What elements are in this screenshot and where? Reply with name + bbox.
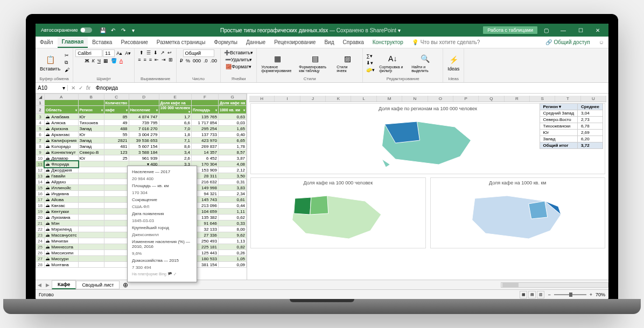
feedback-icon[interactable]: ☺	[594, 39, 608, 45]
name-box[interactable]: A10▾	[36, 85, 68, 91]
tab-insert[interactable]: Вставка	[88, 37, 116, 48]
tell-me-input[interactable]	[421, 39, 496, 45]
autosum-icon[interactable]: ∑▾	[365, 53, 376, 59]
tab-file[interactable]: Файл	[36, 37, 58, 48]
pagebreak-view-icon[interactable]: ▥	[537, 291, 544, 298]
border-icon[interactable]: ▦	[102, 58, 109, 64]
align-bot-icon[interactable]: ⬇	[152, 49, 159, 56]
condfmt-icon: ▦	[272, 53, 283, 64]
font-select[interactable]	[75, 49, 102, 57]
zoom-out-icon[interactable]: −	[548, 292, 550, 297]
editing-label: Редактирование	[365, 76, 440, 81]
zoom-level[interactable]: 70%	[596, 292, 605, 297]
zoom-slider[interactable]	[554, 294, 586, 295]
chart-per-100k-map[interactable]: Доля кафе на 100 000 человек	[250, 177, 425, 248]
maximize-icon[interactable]: ☐	[572, 24, 589, 37]
bold-button[interactable]: Ж	[83, 58, 90, 64]
insert-cells-button[interactable]: ➕ Вставить ▾	[223, 49, 254, 56]
sheet-nav-prev-icon[interactable]: ◀	[36, 282, 44, 288]
ribbon-options-icon[interactable]: ▢	[537, 24, 555, 37]
worksheet-area[interactable]: ◢ABCDEFG 1КоличествоДоля кафе наДоля каф…	[36, 94, 608, 280]
dec-dec-icon[interactable]: .00	[209, 58, 219, 64]
cancel-fx-icon[interactable]: ✕	[71, 85, 75, 91]
tab-home[interactable]: Главная	[58, 37, 88, 48]
table-row[interactable]: 9⛰ КоннектикутСеверо-В1233 588 1843,414 …	[36, 149, 247, 155]
close-icon[interactable]: ✕	[589, 24, 606, 37]
fill-color-icon[interactable]: 🪣	[110, 58, 118, 64]
comma-icon[interactable]: 000	[192, 58, 202, 64]
h-scrollbar[interactable]	[501, 282, 608, 288]
fx-icon[interactable]: fx	[86, 85, 90, 91]
find-select-button[interactable]: 🔍Найти и выделить	[409, 52, 440, 74]
fill-icon[interactable]: ⬇▾	[365, 60, 376, 66]
tab-review[interactable]: Рецензирование	[270, 37, 320, 48]
accept-fx-icon[interactable]: ✓	[79, 85, 83, 91]
ideas-button[interactable]: ⚡Ideas	[445, 53, 461, 73]
delete-cells-button[interactable]: ➖ Удалить ▾	[224, 56, 253, 63]
table-row[interactable]: 8⛰ КолорадоЗапад4815 607 1548,6269 8371,…	[36, 144, 247, 149]
tab-formulas[interactable]: Формулы	[210, 37, 242, 48]
align-mid-icon[interactable]: ☰	[145, 49, 152, 56]
table-row[interactable]: 3⛰ АлабамаЮг854 874 7471,7135 7650,63	[36, 114, 247, 120]
minimize-icon[interactable]: —	[555, 24, 572, 37]
save-icon[interactable]: 💾	[99, 26, 107, 34]
table-row[interactable]: 10⛰ ДелавэрЮг25961 9392,66 4523,87	[36, 155, 247, 161]
table-row[interactable]: 6⛰ АрканзасЮг553 004 2791,8137 7330,40	[36, 132, 247, 138]
paste-button[interactable]: 📋Вставить	[38, 53, 62, 73]
indent-dec-icon[interactable]: ⇤	[153, 56, 160, 63]
zoom-in-icon[interactable]: +	[590, 292, 592, 297]
pagelayout-view-icon[interactable]: ▤	[528, 291, 536, 298]
normal-view-icon[interactable]: ▦	[520, 291, 527, 298]
tab-draw[interactable]: Рисование	[116, 37, 152, 48]
table-row[interactable]: 4⛰ АляскаТихоокеа49739 7956,61 717 8540,…	[36, 120, 247, 126]
chart-per-1000km-map[interactable]: Доля кафе на 1000 кв. км	[430, 177, 605, 248]
cond-fmt-button[interactable]: ▦Условное форматирование	[259, 52, 296, 74]
currency-icon[interactable]: ₽	[179, 58, 184, 64]
font-color-icon[interactable]: А	[118, 58, 124, 64]
table-row[interactable]: 5⛰ АризонаЗапад4887 016 2707,0295 2541,6…	[36, 126, 247, 132]
table-tools-tab[interactable]: Работа с таблицами	[483, 26, 537, 34]
align-center-icon[interactable]: ≡	[142, 56, 147, 63]
quick-access: 💾 ↶ ↷ ▾	[99, 26, 138, 34]
numfmt-select[interactable]	[183, 49, 214, 57]
cell-style-button[interactable]: ▨Стили ячеек	[334, 52, 360, 74]
wrap-text-icon[interactable]: ↩	[166, 49, 173, 56]
percent-icon[interactable]: %	[185, 58, 191, 64]
align-top-icon[interactable]: ⬆	[138, 49, 145, 56]
tab-help[interactable]: Справка	[339, 37, 368, 48]
italic-button[interactable]: К	[91, 58, 96, 64]
tell-me-search[interactable]: 💡	[408, 39, 541, 45]
align-left-icon[interactable]: ≡	[137, 56, 142, 63]
tab-data[interactable]: Данные	[242, 37, 270, 48]
redo-icon[interactable]: ↷	[119, 26, 128, 34]
formula-input[interactable]: Флорида	[94, 85, 608, 91]
align-right-icon[interactable]: ≡	[148, 56, 153, 63]
inc-dec-icon[interactable]: .0	[202, 58, 209, 64]
format-cells-button[interactable]: 🧱 Формат ▾	[225, 63, 253, 70]
pivot-table[interactable]: Регион ▾Среднее Средний Запад3,04Северо-…	[540, 103, 603, 149]
fmt-table-button[interactable]: ▤Форматировать как таблицу	[297, 52, 333, 74]
cut-icon[interactable]: ✂	[64, 52, 71, 59]
qat-more-icon[interactable]: ▾	[129, 26, 138, 34]
indent-inc-icon[interactable]: ⇥	[160, 56, 167, 63]
tab-layout[interactable]: Разметка страницы	[152, 37, 210, 48]
fontsize-select[interactable]	[103, 49, 115, 57]
shrink-font-icon[interactable]: A▾	[124, 50, 132, 56]
tab-view[interactable]: Вид	[320, 37, 338, 48]
grow-font-icon[interactable]: A▴	[115, 50, 123, 56]
share-button[interactable]: 🔗Общий доступ	[541, 39, 594, 45]
clear-icon[interactable]: 🧽▾	[365, 67, 376, 73]
table-row[interactable]: 7⛰ КалифорнияЗапад282139 536 6537,1423 9…	[36, 138, 247, 144]
sort-filter-button[interactable]: A↓Сортировка и фильтр	[377, 52, 408, 74]
sheet-nav-next-icon[interactable]: ▶	[44, 282, 52, 288]
tab-construct[interactable]: Конструктор	[368, 37, 408, 48]
undo-icon[interactable]: ↶	[109, 26, 117, 34]
autosave-toggle[interactable]: Автосохранение	[38, 27, 95, 33]
sheet-tab-cafe[interactable]: Кафе	[52, 280, 76, 289]
merge-icon[interactable]: ⊞	[167, 56, 174, 63]
sheet-tab-summary[interactable]: Сводный лист	[76, 281, 120, 289]
format-painter-icon[interactable]: 🖌	[64, 67, 71, 73]
underline-button[interactable]: Ч	[96, 58, 102, 64]
copy-icon[interactable]: ⧉	[64, 59, 71, 66]
orientation-icon[interactable]: ↗	[159, 49, 166, 56]
